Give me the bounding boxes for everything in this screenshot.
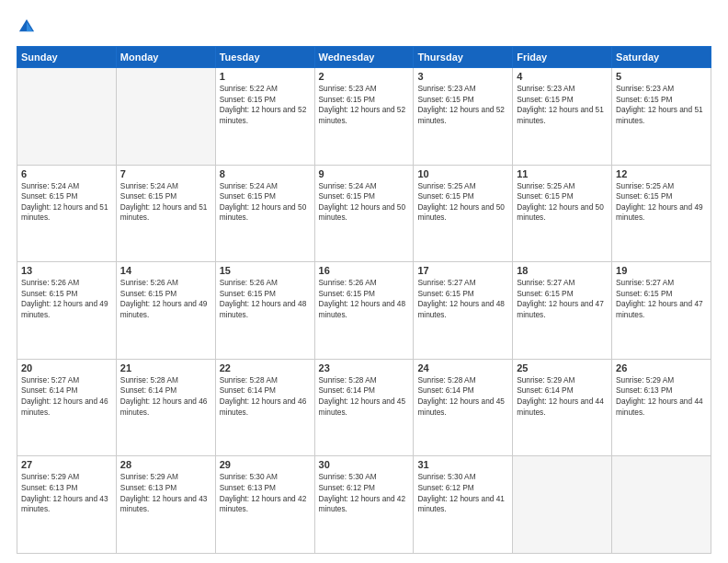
- cell-detail: Sunrise: 5:25 AMSunset: 6:15 PMDaylight:…: [517, 181, 608, 224]
- day-number: 23: [319, 362, 410, 373]
- page: SundayMondayTuesdayWednesdayThursdayFrid…: [0, 0, 728, 563]
- cell-detail: Sunrise: 5:22 AMSunset: 6:15 PMDaylight:…: [220, 84, 311, 126]
- cell-detail: Sunrise: 5:23 AMSunset: 6:15 PMDaylight:…: [319, 84, 410, 126]
- cell-detail: Sunrise: 5:27 AMSunset: 6:15 PMDaylight:…: [417, 278, 508, 320]
- calendar-cell: 20Sunrise: 5:27 AMSunset: 6:14 PMDayligh…: [17, 359, 117, 456]
- cell-detail: Sunrise: 5:28 AMSunset: 6:14 PMDaylight:…: [120, 375, 211, 418]
- weekday-saturday: Saturday: [612, 47, 711, 68]
- calendar-row-0: 1Sunrise: 5:22 AMSunset: 6:15 PMDaylight…: [17, 68, 711, 166]
- calendar-cell: 10Sunrise: 5:25 AMSunset: 6:15 PMDayligh…: [414, 165, 513, 262]
- cell-detail: Sunrise: 5:24 AMSunset: 6:15 PMDaylight:…: [220, 181, 311, 224]
- day-number: 14: [120, 265, 211, 276]
- calendar-row-3: 20Sunrise: 5:27 AMSunset: 6:14 PMDayligh…: [17, 359, 711, 456]
- cell-detail: Sunrise: 5:29 AMSunset: 6:13 PMDaylight:…: [616, 375, 707, 418]
- calendar-cell: 17Sunrise: 5:27 AMSunset: 6:15 PMDayligh…: [414, 262, 513, 360]
- calendar-cell: 16Sunrise: 5:26 AMSunset: 6:15 PMDayligh…: [314, 262, 414, 360]
- calendar-cell: [116, 68, 215, 166]
- cell-detail: Sunrise: 5:27 AMSunset: 6:15 PMDaylight:…: [517, 278, 608, 320]
- day-number: 11: [517, 168, 608, 179]
- calendar-cell: 19Sunrise: 5:27 AMSunset: 6:15 PMDayligh…: [612, 262, 711, 360]
- calendar-cell: [17, 68, 117, 166]
- cell-detail: Sunrise: 5:24 AMSunset: 6:15 PMDaylight:…: [319, 181, 410, 224]
- day-number: 8: [220, 168, 311, 179]
- calendar-cell: 7Sunrise: 5:24 AMSunset: 6:15 PMDaylight…: [116, 165, 215, 262]
- calendar-cell: 29Sunrise: 5:30 AMSunset: 6:13 PMDayligh…: [215, 456, 314, 554]
- day-number: 15: [220, 265, 311, 276]
- cell-detail: Sunrise: 5:23 AMSunset: 6:15 PMDaylight:…: [616, 84, 707, 126]
- cell-detail: Sunrise: 5:24 AMSunset: 6:15 PMDaylight:…: [21, 181, 112, 224]
- cell-detail: Sunrise: 5:26 AMSunset: 6:15 PMDaylight:…: [21, 278, 112, 320]
- day-number: 22: [220, 362, 311, 373]
- cell-detail: Sunrise: 5:23 AMSunset: 6:15 PMDaylight:…: [517, 84, 608, 126]
- cell-detail: Sunrise: 5:23 AMSunset: 6:15 PMDaylight:…: [417, 84, 508, 126]
- calendar-cell: 15Sunrise: 5:26 AMSunset: 6:15 PMDayligh…: [215, 262, 314, 360]
- cell-detail: Sunrise: 5:26 AMSunset: 6:15 PMDaylight:…: [319, 278, 410, 320]
- cell-detail: Sunrise: 5:27 AMSunset: 6:15 PMDaylight:…: [616, 278, 707, 320]
- calendar-cell: 27Sunrise: 5:29 AMSunset: 6:13 PMDayligh…: [17, 456, 117, 554]
- cell-detail: Sunrise: 5:28 AMSunset: 6:14 PMDaylight:…: [220, 375, 311, 418]
- calendar-cell: 3Sunrise: 5:23 AMSunset: 6:15 PMDaylight…: [414, 68, 513, 166]
- day-number: 7: [120, 168, 211, 179]
- weekday-wednesday: Wednesday: [314, 47, 414, 68]
- cell-detail: Sunrise: 5:29 AMSunset: 6:14 PMDaylight:…: [517, 375, 608, 418]
- calendar-cell: 12Sunrise: 5:25 AMSunset: 6:15 PMDayligh…: [612, 165, 711, 262]
- calendar-cell: 25Sunrise: 5:29 AMSunset: 6:14 PMDayligh…: [513, 359, 612, 456]
- calendar-cell: 28Sunrise: 5:29 AMSunset: 6:13 PMDayligh…: [116, 456, 215, 554]
- day-number: 2: [319, 71, 410, 82]
- day-number: 16: [319, 265, 410, 276]
- calendar-cell: 24Sunrise: 5:28 AMSunset: 6:14 PMDayligh…: [414, 359, 513, 456]
- logo-icon: [17, 17, 37, 37]
- day-number: 24: [417, 362, 508, 373]
- calendar-cell: 13Sunrise: 5:26 AMSunset: 6:15 PMDayligh…: [17, 262, 117, 360]
- weekday-header-row: SundayMondayTuesdayWednesdayThursdayFrid…: [17, 47, 711, 68]
- cell-detail: Sunrise: 5:28 AMSunset: 6:14 PMDaylight:…: [417, 375, 508, 418]
- day-number: 25: [517, 362, 608, 373]
- day-number: 9: [319, 168, 410, 179]
- day-number: 31: [417, 459, 508, 470]
- calendar-cell: 5Sunrise: 5:23 AMSunset: 6:15 PMDaylight…: [612, 68, 711, 166]
- calendar-cell: 18Sunrise: 5:27 AMSunset: 6:15 PMDayligh…: [513, 262, 612, 360]
- day-number: 3: [417, 71, 508, 82]
- day-number: 5: [616, 71, 707, 82]
- cell-detail: Sunrise: 5:30 AMSunset: 6:13 PMDaylight:…: [220, 472, 311, 514]
- calendar-cell: 31Sunrise: 5:30 AMSunset: 6:12 PMDayligh…: [414, 456, 513, 554]
- cell-detail: Sunrise: 5:28 AMSunset: 6:14 PMDaylight:…: [319, 375, 410, 418]
- cell-detail: Sunrise: 5:25 AMSunset: 6:15 PMDaylight:…: [616, 181, 707, 224]
- day-number: 17: [417, 265, 508, 276]
- day-number: 19: [616, 265, 707, 276]
- calendar-table: SundayMondayTuesdayWednesdayThursdayFrid…: [17, 46, 711, 554]
- day-number: 6: [21, 168, 112, 179]
- calendar-cell: 23Sunrise: 5:28 AMSunset: 6:14 PMDayligh…: [314, 359, 414, 456]
- cell-detail: Sunrise: 5:26 AMSunset: 6:15 PMDaylight:…: [220, 278, 311, 320]
- cell-detail: Sunrise: 5:30 AMSunset: 6:12 PMDaylight:…: [417, 472, 508, 514]
- calendar-row-2: 13Sunrise: 5:26 AMSunset: 6:15 PMDayligh…: [17, 262, 711, 360]
- cell-detail: Sunrise: 5:26 AMSunset: 6:15 PMDaylight:…: [120, 278, 211, 320]
- calendar-cell: [612, 456, 711, 554]
- day-number: 27: [21, 459, 112, 470]
- logo: [17, 17, 39, 37]
- day-number: 26: [616, 362, 707, 373]
- cell-detail: Sunrise: 5:24 AMSunset: 6:15 PMDaylight:…: [120, 181, 211, 224]
- calendar-cell: 6Sunrise: 5:24 AMSunset: 6:15 PMDaylight…: [17, 165, 117, 262]
- day-number: 4: [517, 71, 608, 82]
- calendar-cell: 1Sunrise: 5:22 AMSunset: 6:15 PMDaylight…: [215, 68, 314, 166]
- calendar-cell: 2Sunrise: 5:23 AMSunset: 6:15 PMDaylight…: [314, 68, 414, 166]
- weekday-sunday: Sunday: [17, 47, 117, 68]
- calendar-cell: 21Sunrise: 5:28 AMSunset: 6:14 PMDayligh…: [116, 359, 215, 456]
- weekday-friday: Friday: [513, 47, 612, 68]
- header: [17, 17, 711, 37]
- calendar-cell: 14Sunrise: 5:26 AMSunset: 6:15 PMDayligh…: [116, 262, 215, 360]
- day-number: 12: [616, 168, 707, 179]
- day-number: 28: [120, 459, 211, 470]
- calendar-row-1: 6Sunrise: 5:24 AMSunset: 6:15 PMDaylight…: [17, 165, 711, 262]
- day-number: 30: [319, 459, 410, 470]
- day-number: 20: [21, 362, 112, 373]
- day-number: 18: [517, 265, 608, 276]
- calendar-cell: 26Sunrise: 5:29 AMSunset: 6:13 PMDayligh…: [612, 359, 711, 456]
- day-number: 13: [21, 265, 112, 276]
- weekday-thursday: Thursday: [414, 47, 513, 68]
- day-number: 21: [120, 362, 211, 373]
- calendar-row-4: 27Sunrise: 5:29 AMSunset: 6:13 PMDayligh…: [17, 456, 711, 554]
- calendar-cell: 22Sunrise: 5:28 AMSunset: 6:14 PMDayligh…: [215, 359, 314, 456]
- calendar-cell: 9Sunrise: 5:24 AMSunset: 6:15 PMDaylight…: [314, 165, 414, 262]
